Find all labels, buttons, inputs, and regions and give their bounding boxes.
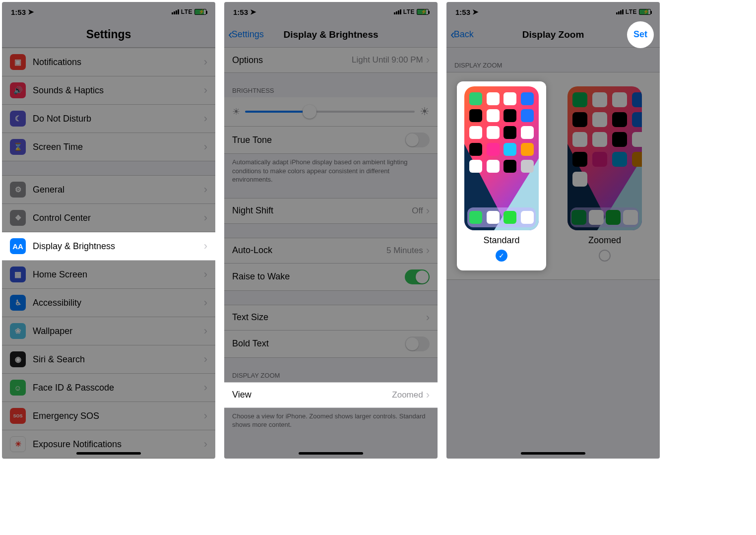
- back-button[interactable]: ‹ Back: [450, 27, 474, 42]
- row-options[interactable]: Options Light Until 9:00 PM ›: [224, 48, 438, 73]
- sun-low-icon: ☀︎: [232, 106, 240, 117]
- chevron-right-icon: ›: [204, 353, 207, 366]
- row-label: Raise to Wake: [232, 271, 405, 282]
- chevron-right-icon: ›: [204, 240, 207, 253]
- row-label: Night Shift: [232, 205, 412, 216]
- zoom-card-standard[interactable]: Standard ✓: [457, 81, 546, 270]
- app-icon: [521, 126, 534, 139]
- app-icon: [487, 126, 500, 139]
- app-icon: [487, 160, 500, 173]
- brightness-slider[interactable]: [245, 111, 415, 113]
- row-label: Display & Brightness: [33, 241, 204, 252]
- view-footnote: Choose a view for iPhone. Zoomed shows l…: [224, 408, 438, 429]
- app-icon: [504, 211, 516, 224]
- settings-row-accessibility[interactable]: ♿︎Accessibility›: [2, 289, 215, 317]
- raise-to-wake-toggle[interactable]: [405, 269, 430, 284]
- nav-bar: ‹ Back Display Zoom Set: [446, 22, 660, 48]
- row-icon: ❀: [10, 323, 26, 339]
- row-icon: ❖: [10, 210, 26, 226]
- home-indicator[interactable]: [76, 452, 141, 455]
- row-view[interactable]: View Zoomed ›: [224, 382, 438, 408]
- back-label: Settings: [232, 29, 264, 40]
- row-label: True Tone: [232, 135, 405, 145]
- home-indicator[interactable]: [521, 452, 585, 455]
- app-icon: [592, 92, 607, 107]
- chevron-right-icon: ›: [204, 409, 207, 422]
- card-label: Zoomed: [564, 235, 645, 246]
- chevron-right-icon: ›: [204, 56, 207, 68]
- location-icon: ➤: [28, 7, 34, 16]
- settings-row-face-id-passcode[interactable]: ☺Face ID & Passcode›: [2, 374, 215, 402]
- sun-high-icon: ☀︎: [420, 105, 430, 118]
- settings-row-home-screen[interactable]: ▦Home Screen›: [2, 261, 215, 289]
- chevron-right-icon: ›: [204, 381, 207, 394]
- zoom-card-zoomed[interactable]: Zoomed: [560, 81, 649, 270]
- row-nightshift[interactable]: Night Shift Off ›: [224, 198, 438, 224]
- row-label: Sounds & Haptics: [33, 85, 204, 96]
- chevron-right-icon: ›: [426, 311, 430, 324]
- battery-icon: ⚡: [194, 9, 206, 15]
- app-icon: [487, 109, 500, 122]
- slider-thumb[interactable]: [303, 105, 316, 119]
- settings-row-wallpaper[interactable]: ❀Wallpaper›: [2, 317, 215, 345]
- settings-row-screen-time[interactable]: ⌛Screen Time›: [2, 133, 215, 161]
- row-icon: ▦: [10, 267, 26, 282]
- section-header-display-zoom: DISPLAY ZOOM: [446, 62, 660, 72]
- set-button[interactable]: Set: [627, 21, 654, 48]
- app-icon: [521, 143, 534, 156]
- row-icon: ☾: [10, 111, 26, 127]
- app-icon: [521, 211, 534, 224]
- battery-icon: ⚡: [639, 9, 651, 15]
- row-value: Off: [412, 206, 423, 216]
- back-button[interactable]: ‹ Settings: [228, 27, 264, 42]
- settings-row-display-brightness[interactable]: AADisplay & Brightness›: [2, 232, 215, 261]
- row-icon: ⚙: [10, 182, 26, 198]
- row-label: Control Center: [33, 213, 204, 223]
- boldtext-toggle[interactable]: [405, 336, 430, 351]
- settings-row-control-center[interactable]: ❖Control Center›: [2, 204, 215, 232]
- settings-row-emergency-sos[interactable]: SOSEmergency SOS›: [2, 402, 215, 430]
- chevron-right-icon: ›: [204, 268, 207, 281]
- row-label: Accessibility: [33, 298, 204, 308]
- row-icon: ♿︎: [10, 295, 26, 311]
- row-label: Siri & Search: [33, 354, 204, 365]
- settings-row-general[interactable]: ⚙General›: [2, 175, 215, 204]
- carrier-label: LTE: [403, 8, 415, 15]
- app-icon: [572, 112, 587, 127]
- settings-row-notifications[interactable]: ▣Notifications›: [2, 48, 215, 76]
- row-textsize[interactable]: Text Size ›: [224, 305, 438, 331]
- row-label: Options: [232, 55, 352, 66]
- page-title: Display & Brightness: [283, 29, 378, 40]
- chevron-right-icon: ›: [426, 54, 430, 67]
- screen-display-zoom: 1:53 ➤ LTE ⚡ ‹ Back Display Zoom Set DIS…: [446, 2, 660, 459]
- chevron-right-icon: ›: [204, 140, 207, 153]
- chevron-right-icon: ›: [204, 325, 207, 337]
- app-icon: [632, 112, 642, 127]
- signal-icon: [394, 9, 401, 14]
- truetone-toggle[interactable]: [405, 133, 430, 147]
- back-label: Back: [454, 29, 474, 40]
- app-icon: [632, 92, 642, 107]
- home-indicator[interactable]: [299, 452, 363, 455]
- screen-display-brightness: 1:53 ➤ LTE ⚡ ‹ Settings Display & Bright…: [224, 2, 438, 459]
- screen-settings: 1:53 ➤ LTE ⚡ Settings ▣Notifications›🔊So…: [2, 2, 215, 459]
- row-label: Emergency SOS: [33, 411, 204, 421]
- location-icon: ➤: [250, 7, 256, 16]
- page-title: Display Zoom: [522, 29, 584, 40]
- app-icon: [572, 92, 587, 107]
- row-autolock[interactable]: Auto-Lock 5 Minutes ›: [224, 238, 438, 264]
- app-icon: [469, 160, 482, 173]
- settings-row-do-not-disturb[interactable]: ☾Do Not Disturb›: [2, 105, 215, 133]
- chevron-right-icon: ›: [426, 244, 430, 257]
- app-icon: [504, 92, 516, 105]
- settings-row-siri-search[interactable]: ◉Siri & Search›: [2, 345, 215, 374]
- app-icon: [504, 109, 516, 122]
- section-header-display-zoom: DISPLAY ZOOM: [224, 372, 438, 382]
- app-icon: [469, 109, 482, 122]
- status-bar: 1:53 ➤ LTE ⚡: [446, 2, 660, 22]
- row-label: Wallpaper: [33, 326, 204, 336]
- settings-row-sounds-haptics[interactable]: 🔊Sounds & Haptics›: [2, 76, 215, 105]
- app-icon: [571, 210, 586, 225]
- row-label: Do Not Disturb: [33, 114, 204, 124]
- app-icon: [606, 210, 621, 225]
